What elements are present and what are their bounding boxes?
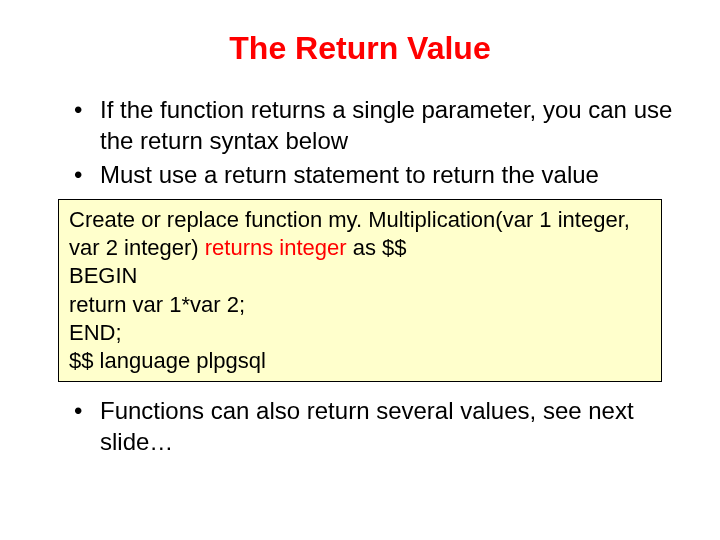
slide: The Return Value If the function returns… — [0, 0, 720, 540]
code-line: Create or replace function my. Multiplic… — [69, 206, 651, 262]
bullet-item: Functions can also return several values… — [74, 396, 690, 457]
slide-title: The Return Value — [30, 30, 690, 67]
bullet-item: If the function returns a single paramet… — [74, 95, 690, 156]
bullet-item: Must use a return statement to return th… — [74, 160, 690, 191]
code-line: return var 1*var 2; — [69, 291, 651, 319]
code-box: Create or replace function my. Multiplic… — [58, 199, 662, 382]
code-text: as $$ — [347, 235, 407, 260]
code-line: BEGIN — [69, 262, 651, 290]
code-line: $$ language plpgsql — [69, 347, 651, 375]
code-line: END; — [69, 319, 651, 347]
bullet-list-top: If the function returns a single paramet… — [74, 95, 690, 191]
bullet-list-bottom: Functions can also return several values… — [74, 396, 690, 457]
code-keyword-returns: returns integer — [205, 235, 347, 260]
